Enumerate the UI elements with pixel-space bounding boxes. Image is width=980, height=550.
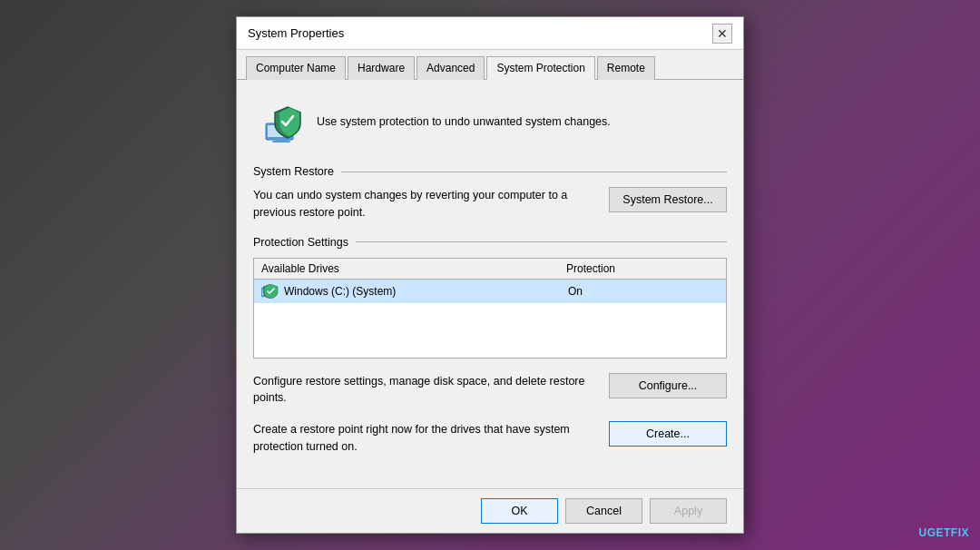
tab-advanced[interactable]: Advanced xyxy=(416,56,485,80)
drive-icon xyxy=(261,284,279,299)
system-restore-label: System Restore xyxy=(253,165,334,178)
table-header: Available Drives Protection xyxy=(254,259,726,280)
footer-buttons: OK Cancel Apply xyxy=(237,488,743,533)
ok-button[interactable]: OK xyxy=(481,498,558,524)
table-row[interactable]: Windows (C:) (System) On xyxy=(254,280,726,303)
system-restore-description: You can undo system changes by reverting… xyxy=(253,187,600,221)
configure-description: Configure restore settings, manage disk … xyxy=(253,373,600,408)
divider-line xyxy=(341,172,727,172)
protection-status-cell: On xyxy=(568,285,719,298)
watermark: UGETFIX xyxy=(918,526,969,539)
drives-table: Available Drives Protection xyxy=(253,258,727,358)
watermark-text: UGETFIX xyxy=(918,526,969,539)
drive-name: Windows (C:) (System) xyxy=(284,285,396,298)
system-properties-dialog: System Properties ✕ Computer Name Hardwa… xyxy=(236,16,744,534)
tab-hardware[interactable]: Hardware xyxy=(348,56,415,80)
system-protection-icon xyxy=(260,100,304,143)
col-available-drives: Available Drives xyxy=(261,262,566,275)
configure-row: Configure restore settings, manage disk … xyxy=(253,373,727,408)
col-protection: Protection xyxy=(566,262,719,275)
header-section: Use system protection to undo unwanted s… xyxy=(253,93,727,151)
svg-rect-3 xyxy=(272,141,290,142)
cancel-button[interactable]: Cancel xyxy=(565,498,642,524)
title-bar: System Properties ✕ xyxy=(237,17,743,50)
dialog-title: System Properties xyxy=(248,26,344,40)
system-restore-button[interactable]: System Restore... xyxy=(609,187,727,212)
table-empty-area xyxy=(254,303,726,358)
tab-system-protection[interactable]: System Protection xyxy=(486,56,594,80)
main-content: Use system protection to undo unwanted s… xyxy=(237,80,743,488)
configure-button[interactable]: Configure... xyxy=(609,373,727,398)
protection-settings-divider: Protection Settings xyxy=(253,236,727,249)
protection-settings-label: Protection Settings xyxy=(253,236,348,249)
create-row: Create a restore point right now for the… xyxy=(253,421,727,456)
create-description: Create a restore point right now for the… xyxy=(253,421,600,456)
tab-bar: Computer Name Hardware Advanced System P… xyxy=(237,50,743,80)
drive-name-cell: Windows (C:) (System) xyxy=(261,284,563,299)
close-button[interactable]: ✕ xyxy=(712,24,732,44)
apply-button[interactable]: Apply xyxy=(650,498,727,524)
system-restore-divider: System Restore xyxy=(253,165,727,178)
divider-line2 xyxy=(356,241,727,242)
tab-computer-name[interactable]: Computer Name xyxy=(246,56,346,80)
create-button[interactable]: Create... xyxy=(609,421,727,447)
header-description: Use system protection to undo unwanted s… xyxy=(317,115,611,128)
tab-remote[interactable]: Remote xyxy=(597,56,655,80)
system-restore-row: You can undo system changes by reverting… xyxy=(253,187,727,221)
